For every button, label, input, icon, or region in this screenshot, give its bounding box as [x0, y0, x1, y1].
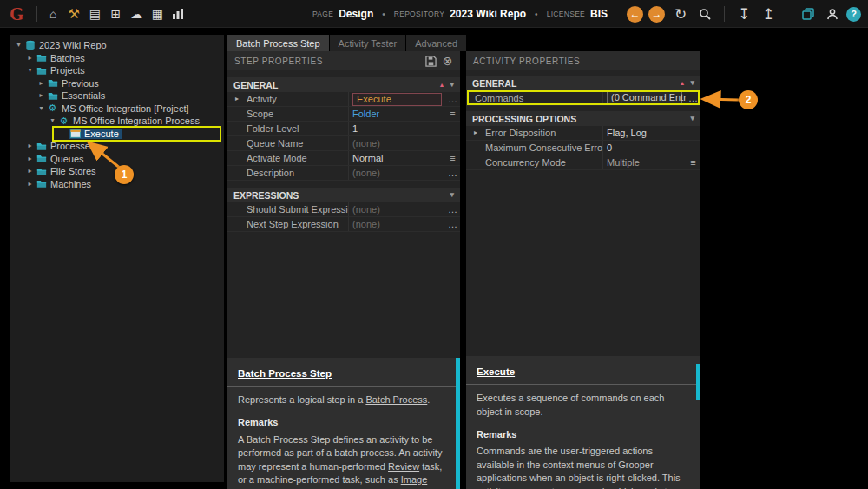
section-label: PROCESSING OPTIONS — [472, 114, 576, 124]
property-row-should-submit-expression[interactable]: Should Submit Expression (none) … — [227, 202, 460, 217]
tree-item-execute[interactable]: Execute — [10, 128, 224, 141]
separator-dot: • — [535, 10, 538, 19]
expander-collapsed-icon[interactable]: ▸ — [25, 55, 35, 62]
description-title: Execute — [477, 365, 687, 379]
upload-icon[interactable]: ↥ — [758, 3, 779, 25]
queue-name-value[interactable]: (none) — [352, 138, 380, 149]
expander-expanded-icon[interactable]: ▾ — [48, 117, 57, 124]
button-spacer — [445, 122, 460, 135]
section-general[interactable]: GENERAL ▲ ▾ — [227, 77, 460, 92]
topbar: G ⌂ ⚒ ▤ ⊞ ☁ ▦ PAGE Design • REPOSITORY 2… — [0, 0, 868, 28]
layers-icon[interactable] — [798, 3, 819, 25]
batches-icon[interactable]: ▤ — [84, 3, 105, 25]
stats-chart-icon[interactable] — [168, 3, 188, 25]
ellipsis-button[interactable]: … — [445, 166, 460, 180]
ellipsis-button[interactable]: … — [445, 202, 460, 216]
tree-item-processes[interactable]: ▸ Processes — [10, 140, 224, 153]
cloud-icon[interactable]: ☁ — [126, 3, 147, 25]
expander-collapsed-icon[interactable]: ▸ — [36, 80, 46, 87]
chevron-down-icon[interactable]: ▾ — [450, 191, 454, 199]
property-row-next-step-expression[interactable]: Next Step Expression (none) … — [227, 217, 460, 232]
help-icon[interactable]: ? — [846, 7, 861, 22]
property-label: Activate Mode — [247, 153, 307, 163]
property-row-activate-mode[interactable]: Activate Mode Normal ≡ — [227, 151, 460, 166]
ellipsis-button[interactable]: … — [686, 90, 700, 105]
property-row-max-consecutive-errors[interactable]: Maximum Consecutive Errors 0 — [466, 141, 700, 155]
machines-grid-icon[interactable]: ▦ — [147, 3, 168, 25]
search-icon[interactable] — [694, 3, 715, 25]
expander-expanded-icon[interactable]: ▾ — [14, 42, 23, 49]
tab-activity-tester[interactable]: Activity Tester — [330, 35, 406, 51]
property-row-concurrency-mode[interactable]: Concurrency Mode Multiple ≡ — [466, 155, 700, 170]
import-box-icon[interactable]: ⊞ — [105, 3, 126, 25]
error-disposition-value[interactable]: Flag, Log — [607, 128, 647, 138]
scrollbar-thumb[interactable] — [696, 364, 700, 400]
section-general[interactable]: GENERAL ▲ ▾ — [466, 76, 700, 90]
expander-collapsed-icon[interactable]: ▸ — [25, 181, 35, 188]
property-row-queue-name[interactable]: Queue Name (none) — [227, 136, 460, 151]
expander-collapsed-icon[interactable]: ▸ — [36, 92, 46, 99]
download-icon[interactable]: ↧ — [733, 3, 754, 25]
dropdown-menu-button[interactable]: ≡ — [445, 151, 460, 165]
dropdown-menu-button[interactable]: ≡ — [445, 107, 460, 121]
chevron-down-icon[interactable]: ▾ — [450, 81, 454, 89]
section-expressions[interactable]: EXPRESSIONS ▾ — [227, 188, 460, 202]
property-row-commands[interactable]: Commands (0 Command Entr... … — [466, 90, 700, 106]
home-icon[interactable]: ⌂ — [43, 3, 63, 25]
forward-button[interactable]: → — [648, 6, 665, 23]
property-row-scope[interactable]: Scope Folder ≡ — [227, 107, 460, 122]
scope-value[interactable]: Folder — [352, 109, 379, 119]
tree-item-essentials[interactable]: ▸ Essentials — [10, 89, 224, 102]
tree-item-label: Projects — [48, 65, 88, 76]
expander-collapsed-icon[interactable]: ▸ — [25, 142, 35, 149]
should-submit-value[interactable]: (none) — [352, 204, 380, 215]
tab-advanced[interactable]: Advanced — [406, 35, 466, 51]
repository-selector[interactable]: 2023 Wiki Repo — [450, 8, 526, 20]
activate-mode-value[interactable]: Normal — [352, 153, 383, 163]
property-label: Error Disposition — [485, 128, 556, 138]
expander-expanded-icon[interactable]: ▾ — [36, 105, 46, 112]
description-value[interactable]: (none) — [352, 168, 380, 178]
tree-item-projects[interactable]: ▾ Projects — [10, 64, 224, 77]
page-selector[interactable]: Design — [339, 8, 373, 20]
user-icon[interactable] — [822, 3, 843, 25]
doc-link[interactable]: Review — [388, 461, 419, 472]
concurrency-mode-value[interactable]: Multiple — [607, 157, 640, 168]
ellipsis-button[interactable]: … — [445, 217, 460, 231]
commands-value[interactable]: (0 Command Entr... — [607, 91, 682, 104]
property-row-folder-level[interactable]: Folder Level 1 — [227, 122, 460, 136]
next-step-value[interactable]: (none) — [352, 219, 380, 229]
tree-item-previous[interactable]: ▸ Previous — [10, 77, 224, 90]
tools-icon[interactable]: ⚒ — [63, 3, 84, 25]
expander-collapsed-icon[interactable]: ▸ — [25, 168, 35, 175]
expander-collapsed-icon[interactable]: ▸ — [25, 155, 35, 162]
refresh-icon[interactable]: ↻ — [670, 3, 691, 25]
tree-item-batches[interactable]: ▸ Batches — [10, 52, 224, 65]
save-icon[interactable] — [425, 56, 437, 67]
scrollbar-thumb[interactable] — [456, 358, 460, 489]
tab-batch-process-step[interactable]: Batch Process Step — [227, 35, 329, 51]
property-row-activity[interactable]: ▸Activity Execute … — [227, 92, 460, 107]
folder-level-value[interactable]: 1 — [352, 123, 358, 134]
section-processing-options[interactable]: PROCESSING OPTIONS ▾ — [466, 111, 700, 126]
back-button[interactable]: ← — [627, 6, 643, 23]
tree-item-repo-root[interactable]: ▾ 2023 Wiki Repo — [10, 39, 224, 52]
property-row-error-disposition[interactable]: ▸Error Disposition Flag, Log — [466, 126, 700, 141]
row-expander-icon[interactable]: ▸ — [474, 129, 477, 136]
ellipsis-button[interactable]: … — [445, 92, 460, 106]
tree-item-ms-office-process[interactable]: ▾ ⚙ MS Office Integration Process — [10, 115, 224, 128]
tree-item-queues[interactable]: ▸ Queues — [10, 153, 224, 166]
doc-link[interactable]: Batch Process — [365, 394, 427, 405]
tree-item-ms-office-project[interactable]: ▾ ⚙ MS Office Integration [Project] — [10, 102, 224, 116]
section-label: EXPRESSIONS — [233, 190, 299, 201]
row-expander-icon[interactable]: ▸ — [235, 96, 239, 102]
max-errors-value[interactable]: 0 — [607, 142, 612, 153]
dropdown-menu-button[interactable]: ≡ — [686, 155, 700, 169]
property-row-description[interactable]: Description (none) … — [227, 166, 460, 181]
close-icon[interactable]: ⊗ — [443, 55, 453, 67]
grooper-logo[interactable]: G — [10, 3, 23, 25]
activity-value[interactable]: Execute — [352, 93, 442, 106]
chevron-down-icon[interactable]: ▾ — [690, 115, 694, 122]
chevron-down-icon[interactable]: ▾ — [690, 79, 694, 87]
expander-expanded-icon[interactable]: ▾ — [25, 67, 35, 74]
